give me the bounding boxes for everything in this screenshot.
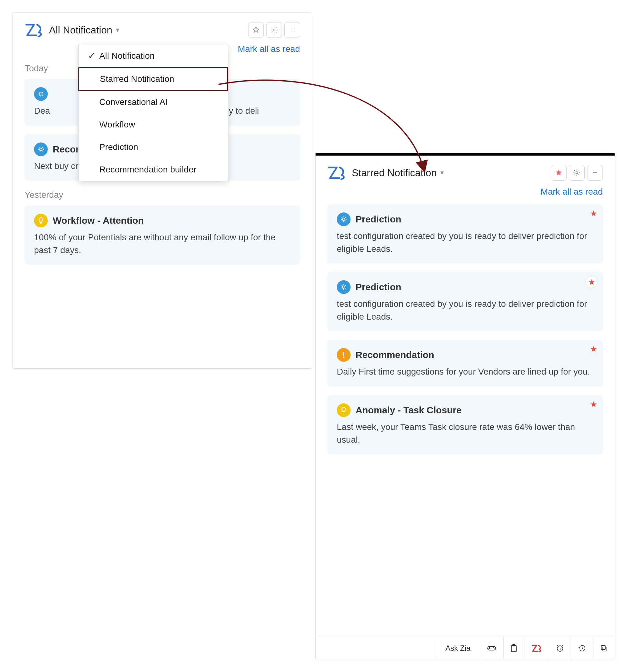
dropdown-item-all[interactable]: ✓All Notification <box>79 44 228 67</box>
star-filled-icon <box>555 169 563 176</box>
alarm-clock-icon <box>556 644 564 652</box>
zia-tab-button[interactable] <box>524 637 549 659</box>
notification-card[interactable]: ★ Anomaly - Task Closure Last week, your… <box>328 395 603 454</box>
gear-icon <box>270 26 278 34</box>
gamepad-icon <box>487 645 496 652</box>
card-body: 100% of your Potentials are without any … <box>34 231 291 256</box>
minus-icon <box>289 27 295 33</box>
copy-icon <box>600 645 608 652</box>
star-icon[interactable]: ★ <box>590 209 597 218</box>
svg-point-3 <box>40 148 42 151</box>
star-outline-icon <box>252 26 260 34</box>
card-body: Daily First time suggestions for your Ve… <box>337 366 593 378</box>
dropdown-item-starred[interactable]: Starred Notification <box>78 67 228 91</box>
clipboard-icon <box>510 644 517 652</box>
svg-point-2 <box>40 93 42 95</box>
card-title: Recommendation <box>356 350 434 360</box>
svg-point-6 <box>342 218 345 221</box>
dropdown-item-recommendation-builder[interactable]: Recommendation builder <box>79 158 228 181</box>
chevron-down-icon: ▼ <box>115 27 121 33</box>
svg-rect-11 <box>511 645 516 652</box>
settings-button[interactable] <box>569 165 585 180</box>
notification-card[interactable]: Workflow - Attention 100% of your Potent… <box>25 205 300 265</box>
settings-button[interactable] <box>266 22 282 38</box>
card-title: Prediction <box>356 214 401 225</box>
dropdown-item-workflow[interactable]: Workflow <box>79 114 228 136</box>
zia-logo-icon <box>328 165 346 180</box>
gear-icon <box>34 143 48 156</box>
svg-point-4 <box>576 172 578 174</box>
history-icon <box>578 644 586 652</box>
zia-logo-icon <box>531 644 542 653</box>
card-title: Workflow - Attention <box>53 215 144 226</box>
card-title: Anomaly - Task Closure <box>356 405 462 416</box>
notification-card[interactable]: ★ Prediction test configuration created … <box>328 272 603 331</box>
dropdown-item-conversational-ai[interactable]: Conversational AI <box>79 91 228 114</box>
svg-point-7 <box>342 286 345 288</box>
card-body: test configuration created by you is rea… <box>337 298 593 323</box>
gear-icon <box>337 213 350 226</box>
chevron-down-icon: ▼ <box>439 170 445 176</box>
section-label-yesterday: Yesterday <box>25 190 300 200</box>
svg-point-0 <box>273 29 275 31</box>
alarm-button[interactable] <box>549 637 571 659</box>
star-icon[interactable]: ★ <box>586 276 597 288</box>
filter-title: All Notification <box>49 24 112 36</box>
svg-point-9 <box>493 647 494 648</box>
svg-rect-15 <box>603 647 607 651</box>
panel-starred-notification: Starred Notification ▼ Mark all as read … <box>315 153 615 659</box>
bottom-toolbar: Ask Zia <box>316 637 615 659</box>
check-icon: ✓ <box>88 51 95 61</box>
gear-icon <box>337 280 350 294</box>
minus-icon <box>592 170 598 176</box>
filter-title: Starred Notification <box>352 167 437 179</box>
panel-all-notification: All Notification ▼ Mark all as read Toda… <box>12 13 312 369</box>
star-icon[interactable]: ★ <box>590 344 597 354</box>
gear-icon <box>573 169 581 177</box>
gamepad-button[interactable] <box>480 637 503 659</box>
star-filter-button[interactable] <box>551 165 567 180</box>
history-button[interactable] <box>571 637 593 659</box>
mark-all-read-link[interactable]: Mark all as read <box>328 187 603 197</box>
clipboard-button[interactable] <box>503 637 524 659</box>
card-body: Last week, your Teams Task closure rate … <box>337 421 593 446</box>
ask-zia-button[interactable]: Ask Zia <box>436 637 480 659</box>
header: Starred Notification ▼ <box>328 165 603 180</box>
svg-rect-14 <box>601 645 605 649</box>
card-title: Prediction <box>356 282 401 293</box>
gear-icon <box>34 87 48 101</box>
star-filter-button[interactable] <box>248 22 264 38</box>
dropdown-item-prediction[interactable]: Prediction <box>79 136 228 158</box>
star-icon[interactable]: ★ <box>590 400 597 409</box>
notification-card[interactable]: ★ ! Recommendation Daily First time sugg… <box>328 340 603 387</box>
filter-dropdown-trigger[interactable]: All Notification ▼ <box>49 24 121 36</box>
minimize-button[interactable] <box>284 22 300 38</box>
filter-dropdown-menu: ✓All Notification Starred Notification C… <box>78 44 228 181</box>
zia-logo-icon <box>25 22 44 38</box>
copy-button[interactable] <box>593 637 615 659</box>
bulb-icon <box>337 403 350 417</box>
bulb-icon <box>34 214 48 227</box>
notification-card[interactable]: ★ Prediction test configuration created … <box>328 204 603 264</box>
svg-point-10 <box>494 648 494 649</box>
exclamation-icon: ! <box>337 348 350 362</box>
filter-dropdown-trigger[interactable]: Starred Notification ▼ <box>352 167 445 179</box>
header: All Notification ▼ <box>25 22 300 38</box>
card-body: test configuration created by you is rea… <box>337 230 593 255</box>
minimize-button[interactable] <box>587 165 603 180</box>
